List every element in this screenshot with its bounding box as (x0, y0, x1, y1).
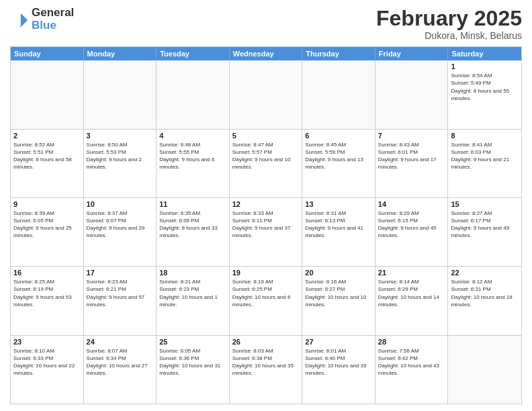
day-info: Sunrise: 8:45 AM Sunset: 5:59 PM Dayligh… (305, 141, 372, 171)
calendar-cell: 14Sunrise: 8:29 AM Sunset: 6:15 PM Dayli… (375, 198, 449, 266)
header-day: Tuesday (157, 47, 230, 60)
calendar-cell: 9Sunrise: 8:39 AM Sunset: 6:05 PM Daylig… (11, 198, 84, 266)
calendar: SundayMondayTuesdayWednesdayThursdayFrid… (10, 46, 522, 404)
day-info: Sunrise: 8:16 AM Sunset: 6:27 PM Dayligh… (305, 278, 372, 308)
calendar-cell: 16Sunrise: 8:25 AM Sunset: 6:19 PM Dayli… (11, 267, 84, 334)
logo-text: General Blue (32, 7, 74, 32)
logo: General Blue (10, 7, 74, 32)
day-info: Sunrise: 8:10 AM Sunset: 6:33 PM Dayligh… (13, 347, 81, 377)
day-number: 16 (13, 269, 81, 277)
header-day: Saturday (448, 47, 521, 60)
day-info: Sunrise: 8:05 AM Sunset: 6:36 PM Dayligh… (159, 347, 226, 377)
day-info: Sunrise: 8:31 AM Sunset: 6:13 PM Dayligh… (305, 210, 372, 240)
calendar-cell: 27Sunrise: 8:01 AM Sunset: 6:40 PM Dayli… (302, 336, 375, 404)
day-number: 10 (87, 200, 154, 208)
calendar-cell (230, 60, 303, 128)
calendar-cell: 23Sunrise: 8:10 AM Sunset: 6:33 PM Dayli… (11, 336, 84, 404)
logo-general: General (32, 7, 74, 19)
day-info: Sunrise: 8:03 AM Sunset: 6:38 PM Dayligh… (232, 347, 300, 377)
day-number: 6 (305, 132, 372, 140)
header-day: Friday (375, 47, 449, 60)
calendar-row: 9Sunrise: 8:39 AM Sunset: 6:05 PM Daylig… (11, 198, 521, 267)
day-number: 3 (87, 132, 154, 140)
calendar-cell (448, 336, 521, 404)
calendar-cell: 6Sunrise: 8:45 AM Sunset: 5:59 PM Daylig… (302, 130, 375, 197)
calendar-cell: 10Sunrise: 8:37 AM Sunset: 6:07 PM Dayli… (84, 198, 157, 266)
calendar-cell: 3Sunrise: 8:50 AM Sunset: 5:53 PM Daylig… (84, 130, 157, 197)
day-info: Sunrise: 8:39 AM Sunset: 6:05 PM Dayligh… (13, 210, 81, 240)
day-info: Sunrise: 8:54 AM Sunset: 5:49 PM Dayligh… (451, 72, 519, 102)
day-number: 18 (159, 269, 226, 277)
day-info: Sunrise: 8:19 AM Sunset: 6:25 PM Dayligh… (232, 278, 300, 308)
calendar-cell: 1Sunrise: 8:54 AM Sunset: 5:49 PM Daylig… (448, 60, 521, 128)
day-info: Sunrise: 7:58 AM Sunset: 6:42 PM Dayligh… (378, 347, 445, 377)
day-info: Sunrise: 8:48 AM Sunset: 5:55 PM Dayligh… (159, 141, 226, 171)
month-title: February 2025 (376, 7, 522, 30)
day-info: Sunrise: 8:52 AM Sunset: 5:51 PM Dayligh… (13, 141, 81, 171)
day-number: 14 (378, 200, 445, 208)
day-number: 12 (232, 200, 300, 208)
calendar-cell: 19Sunrise: 8:19 AM Sunset: 6:25 PM Dayli… (230, 267, 303, 334)
day-number: 17 (87, 269, 154, 277)
day-info: Sunrise: 8:33 AM Sunset: 6:11 PM Dayligh… (232, 210, 300, 240)
calendar-cell: 13Sunrise: 8:31 AM Sunset: 6:13 PM Dayli… (302, 198, 375, 266)
calendar-cell: 8Sunrise: 8:41 AM Sunset: 6:03 PM Daylig… (448, 130, 521, 197)
calendar-cell: 26Sunrise: 8:03 AM Sunset: 6:38 PM Dayli… (230, 336, 303, 404)
calendar-cell: 5Sunrise: 8:47 AM Sunset: 5:57 PM Daylig… (230, 130, 303, 197)
calendar-cell (11, 60, 84, 128)
calendar-body: 1Sunrise: 8:54 AM Sunset: 5:49 PM Daylig… (11, 60, 521, 404)
calendar-cell: 15Sunrise: 8:27 AM Sunset: 6:17 PM Dayli… (448, 198, 521, 266)
day-info: Sunrise: 8:27 AM Sunset: 6:17 PM Dayligh… (451, 210, 519, 240)
logo-blue: Blue (32, 19, 74, 32)
calendar-cell: 25Sunrise: 8:05 AM Sunset: 6:36 PM Dayli… (157, 336, 230, 404)
day-info: Sunrise: 8:21 AM Sunset: 6:23 PM Dayligh… (159, 278, 226, 308)
location: Dukora, Minsk, Belarus (376, 30, 522, 41)
calendar-cell: 18Sunrise: 8:21 AM Sunset: 6:23 PM Dayli… (157, 267, 230, 334)
calendar-cell: 7Sunrise: 8:43 AM Sunset: 6:01 PM Daylig… (375, 130, 449, 197)
day-number: 23 (13, 338, 81, 346)
day-info: Sunrise: 8:25 AM Sunset: 6:19 PM Dayligh… (13, 278, 81, 308)
calendar-cell: 24Sunrise: 8:07 AM Sunset: 6:34 PM Dayli… (84, 336, 157, 404)
day-info: Sunrise: 8:23 AM Sunset: 6:21 PM Dayligh… (87, 278, 154, 308)
calendar-cell: 12Sunrise: 8:33 AM Sunset: 6:11 PM Dayli… (230, 198, 303, 266)
calendar-cell: 20Sunrise: 8:16 AM Sunset: 6:27 PM Dayli… (302, 267, 375, 334)
page-header: General Blue February 2025 Dukora, Minsk… (10, 7, 522, 41)
calendar-cell (375, 60, 449, 128)
svg-rect-2 (10, 12, 21, 26)
day-info: Sunrise: 8:47 AM Sunset: 5:57 PM Dayligh… (232, 141, 300, 171)
day-info: Sunrise: 8:41 AM Sunset: 6:03 PM Dayligh… (451, 141, 519, 171)
logo-icon (10, 10, 29, 29)
day-info: Sunrise: 8:43 AM Sunset: 6:01 PM Dayligh… (378, 141, 445, 171)
day-number: 13 (305, 200, 372, 208)
header-day: Wednesday (230, 47, 303, 60)
day-number: 5 (232, 132, 300, 140)
day-number: 22 (451, 269, 519, 277)
day-info: Sunrise: 8:12 AM Sunset: 6:31 PM Dayligh… (451, 278, 519, 308)
day-number: 15 (451, 200, 519, 208)
header-day: Thursday (302, 47, 375, 60)
calendar-row: 2Sunrise: 8:52 AM Sunset: 5:51 PM Daylig… (11, 130, 521, 198)
calendar-row: 23Sunrise: 8:10 AM Sunset: 6:33 PM Dayli… (11, 336, 521, 404)
day-info: Sunrise: 8:14 AM Sunset: 6:29 PM Dayligh… (378, 278, 445, 308)
day-info: Sunrise: 8:01 AM Sunset: 6:40 PM Dayligh… (305, 347, 372, 377)
calendar-cell: 4Sunrise: 8:48 AM Sunset: 5:55 PM Daylig… (157, 130, 230, 197)
day-number: 7 (378, 132, 445, 140)
day-number: 25 (159, 338, 226, 346)
day-number: 1 (451, 62, 519, 71)
calendar-cell: 22Sunrise: 8:12 AM Sunset: 6:31 PM Dayli… (448, 267, 521, 334)
calendar-header: SundayMondayTuesdayWednesdayThursdayFrid… (11, 47, 521, 60)
day-number: 27 (305, 338, 372, 346)
calendar-cell: 11Sunrise: 8:35 AM Sunset: 6:09 PM Dayli… (157, 198, 230, 266)
calendar-cell: 17Sunrise: 8:23 AM Sunset: 6:21 PM Dayli… (84, 267, 157, 334)
day-number: 4 (159, 132, 226, 140)
calendar-row: 1Sunrise: 8:54 AM Sunset: 5:49 PM Daylig… (11, 60, 521, 129)
calendar-cell: 28Sunrise: 7:58 AM Sunset: 6:42 PM Dayli… (375, 336, 449, 404)
day-number: 26 (232, 338, 300, 346)
day-number: 24 (87, 338, 154, 346)
day-number: 21 (378, 269, 445, 277)
day-number: 8 (451, 132, 519, 140)
day-number: 28 (378, 338, 445, 346)
day-info: Sunrise: 8:37 AM Sunset: 6:07 PM Dayligh… (87, 210, 154, 240)
calendar-cell: 2Sunrise: 8:52 AM Sunset: 5:51 PM Daylig… (11, 130, 84, 197)
day-number: 19 (232, 269, 300, 277)
